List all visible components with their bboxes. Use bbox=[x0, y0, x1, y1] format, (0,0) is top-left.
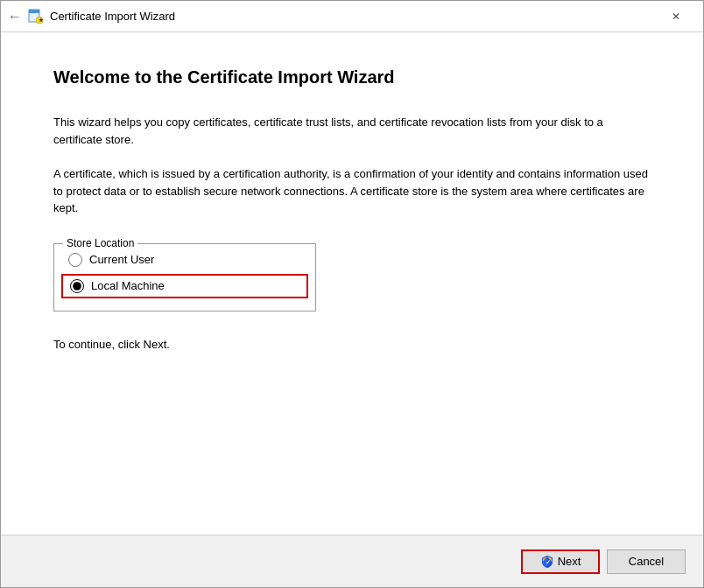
next-label: Next bbox=[558, 555, 581, 568]
page-title: Welcome to the Certificate Import Wizard bbox=[53, 67, 651, 88]
shield-icon: ✓ bbox=[540, 555, 554, 569]
description-block-2: A certificate, which is issued by a cert… bbox=[53, 165, 651, 217]
local-machine-label: Local Machine bbox=[91, 279, 165, 292]
current-user-option[interactable]: Current User bbox=[68, 253, 301, 267]
wizard-window: ← ★ Certificate Import Wizard ✕ Welcome … bbox=[0, 0, 704, 588]
continue-text: To continue, click Next. bbox=[53, 338, 651, 351]
svg-rect-1 bbox=[29, 10, 39, 13]
store-location-legend: Store Location bbox=[63, 237, 137, 249]
store-location-group: Store Location Current User Local Machin… bbox=[53, 243, 316, 312]
title-bar: ← ★ Certificate Import Wizard ✕ bbox=[1, 1, 703, 32]
current-user-radio[interactable] bbox=[68, 253, 82, 267]
local-machine-option[interactable]: Local Machine bbox=[70, 279, 165, 293]
next-button[interactable]: ✓ Next bbox=[521, 550, 600, 574]
cancel-button[interactable]: Cancel bbox=[607, 550, 686, 574]
cancel-label: Cancel bbox=[629, 555, 664, 568]
content-area: Welcome to the Certificate Import Wizard… bbox=[1, 32, 703, 535]
close-button[interactable]: ✕ bbox=[656, 1, 696, 32]
local-machine-radio[interactable] bbox=[70, 279, 84, 293]
footer: ✓ Next Cancel bbox=[1, 535, 703, 587]
svg-text:✓: ✓ bbox=[545, 559, 550, 565]
window-title: Certificate Import Wizard bbox=[50, 10, 656, 23]
current-user-label: Current User bbox=[89, 253, 154, 266]
certificate-icon: ★ bbox=[27, 8, 45, 25]
local-machine-option-wrapper: Local Machine bbox=[61, 274, 308, 298]
description-text-1: This wizard helps you copy certificates,… bbox=[53, 114, 651, 148]
description-block-1: This wizard helps you copy certificates,… bbox=[53, 114, 651, 148]
description-text-2: A certificate, which is issued by a cert… bbox=[53, 165, 651, 217]
back-button[interactable]: ← bbox=[8, 9, 22, 24]
